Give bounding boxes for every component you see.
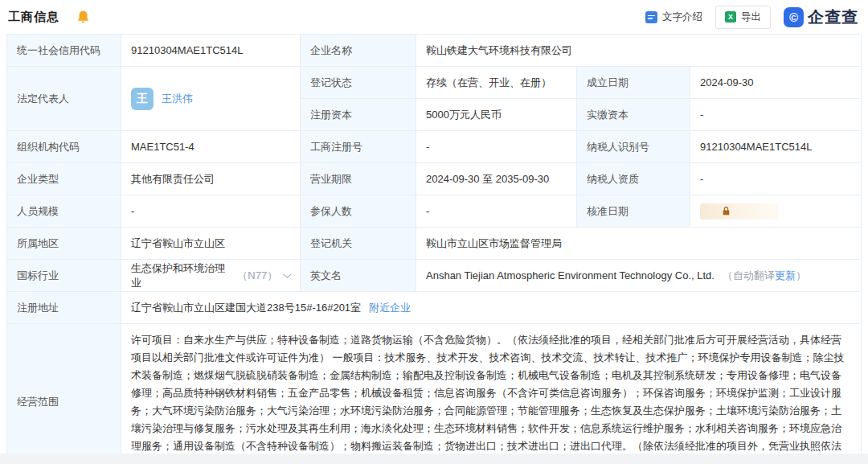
nearby-companies-link[interactable]: 附近企业 [369, 301, 411, 315]
english-name-text: Anshan Tiejian Atmospheric Environment T… [426, 269, 714, 281]
value-registered-address: 辽宁省鞍山市立山区建国大道238号15#-16#201室 附近企业 [121, 292, 862, 324]
value-industry: 生态保护和环境治理业 （N77） [121, 260, 301, 292]
qichacha-logo-text: 企查查 [808, 6, 858, 28]
label-registration-status: 登记状态 [301, 67, 416, 99]
label-region: 所属地区 [7, 228, 121, 260]
page-bottom-divider [0, 454, 868, 464]
legal-rep-link[interactable]: 王洪伟 [162, 92, 193, 106]
auto-translate-note: （自动翻译 [723, 269, 775, 283]
value-taxpayer-qualification: - [690, 163, 862, 195]
value-legal-representative: 王 王洪伟 [121, 67, 301, 131]
value-org-code: MAE1TC51-4 [121, 131, 301, 163]
label-business-term: 营业期限 [301, 163, 416, 195]
value-english-name: Anshan Tiejian Atmospheric Environment T… [416, 260, 862, 292]
label-taxpayer-qualification: 纳税人资质 [577, 163, 690, 195]
label-industry: 国标行业 [7, 260, 121, 292]
qichacha-logo-icon: © [784, 7, 804, 27]
label-registered-capital: 注册资本 [301, 99, 416, 131]
label-registered-address: 注册地址 [7, 292, 121, 324]
value-registration-authority: 鞍山市立山区市场监督管理局 [416, 228, 862, 260]
label-credit-code: 统一社会信用代码 [7, 35, 121, 67]
auto-translate-note-close: ） [796, 269, 806, 283]
lock-icon [721, 206, 731, 216]
value-registration-status: 存续（在营、开业、在册） [416, 67, 577, 99]
value-taxpayer-id: 91210304MAE1TC514L [690, 131, 862, 163]
industry-code: （N77） [237, 269, 277, 283]
locked-value-placeholder[interactable] [700, 203, 779, 220]
text-intro-label: 文字介绍 [662, 10, 702, 24]
translate-update-link[interactable]: 更新 [775, 269, 796, 283]
value-registered-capital: 5000万元人民币 [416, 99, 577, 131]
value-business-scope: 许可项目：自来水生产与供应；特种设备制造；道路货物运输（不含危险货物）。（依法须… [121, 324, 862, 464]
label-org-code: 组织机构代码 [7, 131, 121, 163]
label-approval-date: 核准日期 [577, 195, 690, 228]
value-business-term: 2024-09-30 至 2035-09-30 [416, 163, 577, 195]
value-paid-in-capital: - [690, 99, 862, 131]
value-establish-date: 2024-09-30 [690, 67, 862, 99]
value-region: 辽宁省鞍山市立山区 [121, 228, 301, 260]
label-insured-count: 参保人数 [301, 195, 416, 228]
label-paid-in-capital: 实缴资本 [577, 99, 690, 131]
value-company-type: 其他有限责任公司 [121, 163, 301, 195]
industry-name: 生态保护和环境治理业 [131, 261, 232, 290]
section-title: 工商信息 [8, 10, 59, 25]
export-label: 导出 [741, 10, 761, 24]
business-info-panel: 工商信息 文字介绍 X 导出 © 企查查 统一社会信用代码 91210304 [0, 0, 868, 464]
address-text: 辽宁省鞍山市立山区建国大道238号15#-16#201室 [131, 301, 361, 315]
label-company-name: 企业名称 [301, 35, 416, 67]
value-staff-size: - [121, 195, 301, 228]
label-business-scope: 经营范围 [7, 324, 121, 464]
text-intro-button[interactable]: 文字介绍 [645, 10, 702, 24]
value-insured-count: - [416, 195, 577, 228]
label-registration-authority: 登记机关 [301, 228, 416, 260]
value-credit-code: 91210304MAE1TC514L [121, 35, 301, 67]
value-company-name: 鞍山铁建大气环境科技有限公司 [416, 35, 862, 67]
value-approval-date [690, 195, 862, 228]
value-business-reg-no: - [416, 131, 577, 163]
label-company-type: 企业类型 [7, 163, 121, 195]
monitor-bell-icon[interactable] [77, 10, 89, 23]
label-staff-size: 人员规模 [7, 195, 121, 228]
text-doc-icon [645, 11, 657, 23]
business-info-table: 统一社会信用代码 91210304MAE1TC514L 企业名称 鞍山铁建大气环… [6, 34, 862, 464]
label-business-reg-no: 工商注册号 [301, 131, 416, 163]
export-button[interactable]: X 导出 [715, 6, 771, 29]
chevron-down-icon[interactable] [284, 270, 292, 278]
label-taxpayer-id: 纳税人识别号 [577, 131, 690, 163]
label-legal-representative: 法定代表人 [7, 67, 121, 131]
label-english-name: 英文名 [301, 260, 416, 292]
label-establish-date: 成立日期 [577, 67, 690, 99]
qichacha-logo[interactable]: © 企查查 [784, 6, 858, 28]
legal-rep-avatar[interactable]: 王 [131, 88, 154, 110]
section-header: 工商信息 文字介绍 X 导出 © 企查查 [0, 0, 868, 34]
excel-icon: X [725, 11, 736, 23]
